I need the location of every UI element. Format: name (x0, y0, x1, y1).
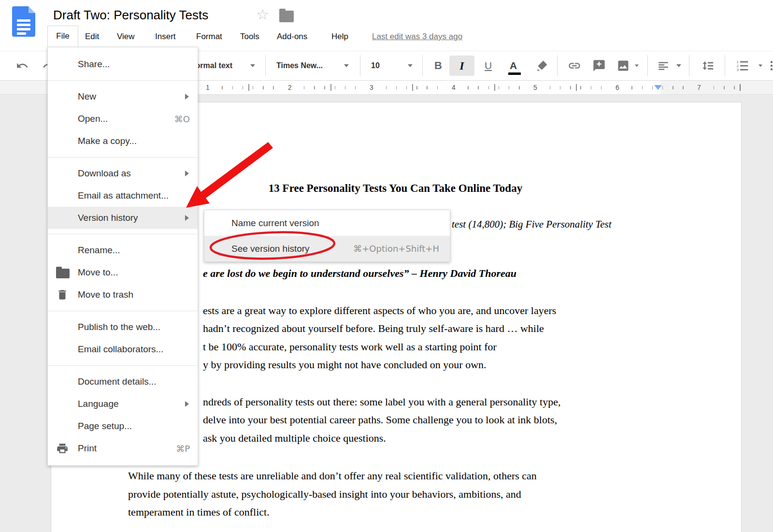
file-menu-item-language[interactable]: Language (48, 393, 198, 415)
submenu-item-see-version-history[interactable]: See version history ⌘+Option+Shift+H (204, 236, 450, 261)
file-menu-dropdown: Share... New Open... ⌘O Make a copy... D… (47, 47, 198, 466)
shortcut-label: ⌘P (176, 444, 190, 454)
ruler-number-3: 3 (365, 81, 378, 94)
chevron-down-icon (408, 64, 413, 67)
folder-icon (56, 265, 71, 280)
menu-bar: File Edit View Insert Format Tools Add-o… (0, 28, 773, 47)
menu-divider (48, 234, 198, 234)
style-selector-caret[interactable] (250, 55, 255, 77)
numbered-list-icon: 1 2 3 (735, 58, 750, 73)
file-menu-item-share[interactable]: Share... (48, 53, 198, 75)
italic-button-active[interactable]: I (449, 56, 474, 76)
menu-divider (48, 311, 198, 311)
ruler-number-6: 6 (611, 81, 624, 94)
last-edit-link[interactable]: Last edit was 3 days ago (372, 28, 462, 47)
ruler-number-7: 7 (693, 81, 705, 94)
image-icon (616, 59, 630, 72)
file-menu-item-rename[interactable]: Rename... (48, 239, 198, 261)
version-history-submenu: Name current version See version history… (204, 210, 450, 262)
underline-icon: U (485, 60, 492, 72)
menu-view[interactable]: View (113, 28, 139, 47)
add-comment-button[interactable] (592, 55, 606, 77)
logo-fold (29, 6, 35, 13)
highlighter-icon (535, 59, 549, 72)
menu-insert[interactable]: Insert (151, 28, 180, 47)
file-menu-item-email-collaborators[interactable]: Email collaborators... (48, 338, 198, 360)
chevron-down-icon (344, 64, 349, 67)
font-selector[interactable]: Times New... (276, 55, 323, 77)
line-spacing-icon (701, 58, 715, 73)
file-menu-item-document-details[interactable]: Document details... (48, 371, 198, 393)
chevron-down-icon (250, 64, 255, 67)
menu-divider (48, 157, 198, 158)
document-title[interactable]: Draft Two: Personality Tests (53, 8, 208, 23)
file-menu-item-open[interactable]: Open... ⌘O (48, 108, 198, 130)
chevron-down-icon (635, 65, 639, 67)
file-menu-item-move-to[interactable]: Move to... (48, 261, 198, 284)
menu-help[interactable]: Help (328, 28, 352, 47)
file-menu-item-download-as[interactable]: Download as (48, 162, 198, 185)
ruler-number-4: 4 (447, 81, 460, 94)
numbered-list-caret[interactable] (758, 55, 763, 77)
submenu-arrow-icon (185, 401, 189, 407)
underline-button[interactable]: U (485, 55, 492, 77)
file-menu-item-version-history[interactable]: Version history (48, 207, 198, 229)
bold-icon: B (434, 59, 442, 72)
chevron-down-icon (676, 64, 681, 67)
file-menu-item-make-a-copy[interactable]: Make a copy... (48, 130, 198, 152)
app-header: Draft Two: Personality Tests ☆ File Edit… (0, 0, 773, 51)
menu-file-label: File (48, 26, 78, 46)
insert-link-button[interactable] (568, 55, 581, 77)
align-button[interactable] (657, 55, 670, 77)
link-icon (568, 59, 581, 72)
ruler-number-1: 1 (201, 81, 214, 94)
menu-tools[interactable]: Tools (236, 28, 263, 47)
bullet-list-button[interactable] (769, 55, 773, 77)
printer-icon (56, 441, 71, 456)
menu-divider (48, 80, 198, 81)
insert-image-button[interactable] (616, 55, 630, 77)
trash-icon (56, 288, 71, 302)
right-indent-marker[interactable] (654, 85, 662, 90)
bullet-list-icon (769, 58, 773, 73)
ruler-number-5: 5 (529, 81, 542, 94)
ruler-ticks (130, 86, 741, 89)
highlight-color-button[interactable] (535, 55, 549, 77)
file-menu-item-move-to-trash[interactable]: Move to trash (48, 284, 198, 306)
file-menu-item-publish-to-the-web[interactable]: Publish to the web... (48, 316, 198, 338)
menu-file-open[interactable]: File (47, 26, 78, 47)
font-size-caret[interactable] (408, 55, 413, 77)
move-folder-icon[interactable] (279, 11, 294, 22)
menu-format[interactable]: Format (192, 28, 226, 47)
numbered-list-button[interactable]: 1 2 3 (735, 55, 750, 77)
svg-text:3: 3 (737, 68, 739, 72)
font-selector-caret[interactable] (344, 55, 349, 77)
file-menu-item-email-as-attachment[interactable]: Email as attachment... (48, 185, 198, 207)
undo-icon (16, 59, 29, 72)
file-menu-item-new[interactable]: New (48, 86, 198, 108)
file-menu-item-page-setup[interactable]: Page setup... (48, 415, 198, 437)
undo-button[interactable] (16, 55, 29, 77)
file-menu-item-print[interactable]: Print ⌘P (48, 437, 198, 460)
menu-addons[interactable]: Add-ons (273, 28, 311, 47)
star-icon[interactable]: ☆ (256, 6, 269, 23)
text-color-icon: A (510, 60, 517, 72)
ruler-number-2: 2 (284, 81, 296, 94)
submenu-arrow-icon (185, 94, 189, 100)
chevron-down-icon (759, 65, 762, 67)
font-selector-value: Times New... (276, 61, 323, 70)
shortcut-label: ⌘O (174, 114, 190, 124)
bold-button[interactable]: B (434, 55, 442, 77)
align-caret[interactable] (676, 55, 681, 77)
align-left-icon (657, 59, 670, 72)
italic-icon: I (459, 59, 464, 72)
line-spacing-button[interactable] (701, 55, 715, 77)
text-color-button[interactable]: A (510, 55, 517, 77)
comment-icon (592, 59, 606, 72)
font-size-value: 10 (371, 61, 380, 70)
submenu-item-name-current-version[interactable]: Name current version (204, 210, 450, 236)
image-caret[interactable] (634, 55, 639, 77)
submenu-arrow-icon (185, 171, 189, 176)
font-size-selector[interactable]: 10 (371, 55, 380, 77)
menu-edit[interactable]: Edit (81, 28, 103, 47)
